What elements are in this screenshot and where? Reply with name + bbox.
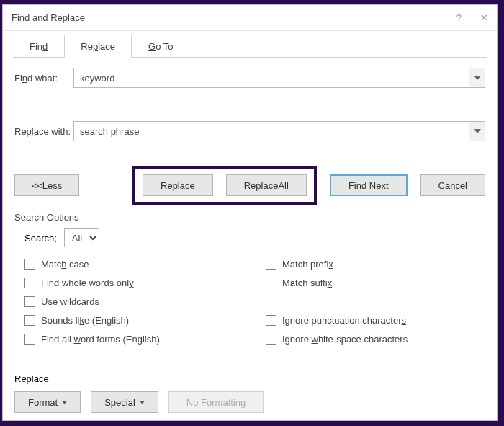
checkbox-label: Use wildcards [41, 296, 99, 307]
checkbox-icon [266, 315, 276, 326]
bottom-section: Replace Format Special No Formatting [14, 352, 485, 413]
dialog-body: Find what: Replace with: << Less R [3, 58, 497, 420]
find-what-label: Find what: [14, 73, 73, 84]
tab-goto[interactable]: Go To [132, 35, 189, 58]
checkbox-label: Find all word forms (English) [41, 334, 160, 345]
replace-all-button[interactable]: Replace All [226, 174, 307, 196]
sounds-like-checkbox[interactable]: Sounds like (English) [24, 311, 244, 329]
caret-down-icon [140, 400, 145, 405]
find-what-history-button[interactable] [469, 68, 485, 87]
checkbox-icon [24, 296, 35, 307]
window-controls: ? ✕ [456, 12, 488, 23]
replace-with-row: Replace with: [14, 121, 485, 141]
search-options-label: Search Options [14, 212, 485, 223]
replace-buttons-highlight: Replace Replace All [132, 166, 317, 205]
chevron-down-icon [474, 129, 481, 133]
checkbox-icon [266, 278, 276, 288]
checkbox-label: Match suffix [282, 278, 332, 288]
help-icon[interactable]: ? [456, 12, 462, 23]
button-label: Special [104, 397, 135, 408]
checkbox-label: Match case [41, 259, 89, 270]
find-next-button[interactable]: Find Next [330, 174, 408, 196]
titlebar: Find and Replace ? ✕ [3, 5, 497, 31]
tab-replace-label: Replace [81, 41, 115, 52]
checkbox-label: Match prefix [282, 259, 333, 270]
caret-down-icon [62, 400, 67, 405]
cancel-button[interactable]: Cancel [420, 174, 485, 196]
search-direction-label: Search; [24, 233, 57, 244]
replace-with-history-button[interactable] [469, 122, 485, 141]
checkbox-icon [24, 278, 35, 288]
checkbox-label: Ignore punctuation characters [282, 315, 406, 326]
match-prefix-checkbox[interactable]: Match prefix [266, 254, 485, 273]
replace-button[interactable]: Replace [143, 174, 213, 196]
replace-with-input[interactable] [73, 121, 485, 141]
checkbox-icon [24, 315, 35, 326]
match-suffix-checkbox[interactable]: Match suffix [266, 273, 485, 292]
checkbox-label: Find whole words only [41, 278, 134, 288]
format-button[interactable]: Format [14, 391, 81, 413]
less-button[interactable]: << Less [14, 174, 79, 196]
replace-with-label: Replace with: [14, 126, 73, 137]
whole-words-checkbox[interactable]: Find whole words only [24, 273, 244, 292]
match-case-checkbox[interactable]: Match case [24, 254, 244, 273]
tab-goto-label: Go To [148, 41, 173, 52]
word-forms-checkbox[interactable]: Find all word forms (English) [24, 329, 244, 348]
checkbox-icon [266, 259, 276, 270]
tab-replace[interactable]: Replace [64, 35, 132, 58]
tab-find-label: Find [30, 41, 48, 52]
close-icon[interactable]: ✕ [480, 12, 488, 23]
checkbox-icon [24, 259, 35, 270]
wildcards-checkbox[interactable]: Use wildcards [24, 292, 244, 311]
checkbox-icon [266, 334, 276, 345]
options-left-col: Match case Find whole words only Use wil… [24, 254, 244, 348]
find-what-row: Find what: [14, 68, 485, 88]
checkbox-label: Ignore white-space characters [282, 334, 408, 345]
search-direction-select[interactable]: All [64, 228, 99, 247]
ignore-whitespace-checkbox[interactable]: Ignore white-space characters [266, 329, 485, 348]
replace-group-label: Replace [14, 373, 485, 384]
special-button[interactable]: Special [91, 391, 158, 413]
find-what-input[interactable] [73, 68, 485, 88]
options-right-col: Match prefix Match suffix Ignore punctua… [244, 254, 485, 348]
format-buttons-row: Format Special No Formatting [14, 391, 485, 413]
window-title: Find and Replace [12, 12, 85, 23]
find-replace-dialog: Find and Replace ? ✕ Find Replace Go To … [2, 4, 498, 421]
checkbox-icon [24, 334, 35, 345]
action-button-row: << Less Replace Replace All Find Next Ca… [14, 166, 485, 205]
checkbox-label: Sounds like (English) [41, 315, 129, 326]
ignore-punct-checkbox[interactable]: Ignore punctuation characters [266, 311, 485, 329]
options-columns: Match case Find whole words only Use wil… [24, 254, 485, 348]
no-formatting-button: No Formatting [168, 391, 264, 413]
tab-strip: Find Replace Go To [13, 34, 487, 58]
button-label: Format [28, 397, 58, 408]
search-direction-row: Search; All [24, 228, 485, 247]
tab-find[interactable]: Find [13, 35, 64, 58]
chevron-down-icon [474, 76, 481, 80]
